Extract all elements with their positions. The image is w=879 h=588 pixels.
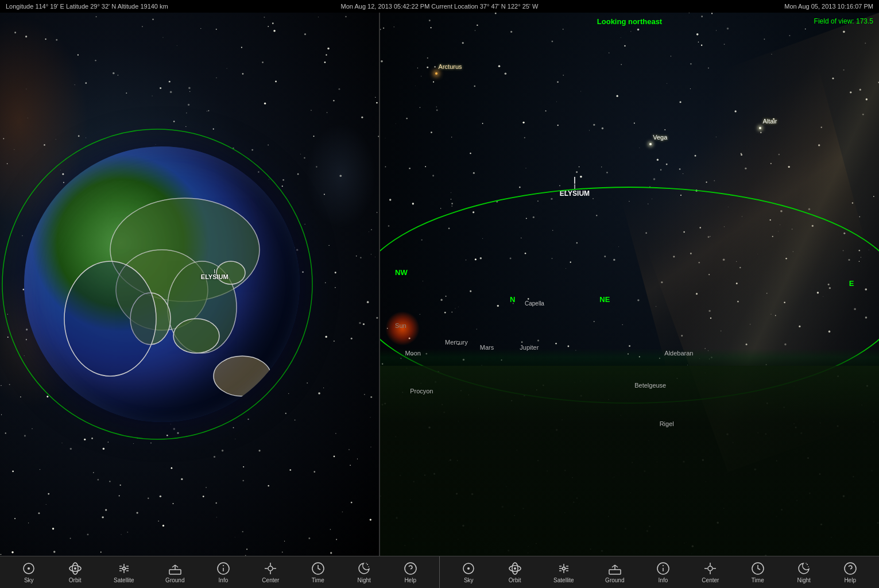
svg-point-71 (845, 563, 856, 574)
left-panel-orbit[interactable]: ELYSIUM (0, 13, 379, 556)
help-label-left: Help (404, 577, 416, 583)
ground-icon-right (607, 561, 622, 576)
toolbar-left-ground[interactable]: Ground (161, 559, 189, 586)
cardinal-ne: NE (599, 295, 610, 304)
toolbar-right-time[interactable]: Time (746, 559, 770, 586)
vega-label: Vega (653, 134, 667, 141)
toolbar-left-sky[interactable]: Sky (17, 559, 41, 586)
center-datetime: Mon Aug 12, 2013 05:42:22 PM Current Loc… (341, 3, 539, 10)
cardinal-e: E (849, 279, 854, 288)
time-label-right: Time (752, 577, 764, 583)
toolbar-left-help[interactable]: Help (398, 559, 423, 586)
procyon-label: Procyon (410, 388, 433, 394)
svg-point-62 (708, 566, 713, 571)
time-icon-right (750, 561, 765, 576)
info-label-right: Info (659, 577, 668, 583)
time-label-left: Time (312, 577, 324, 583)
earth-globe (24, 146, 300, 422)
capella-label: Capella (525, 300, 544, 307)
toolbar-left-orbit[interactable]: Orbit (63, 559, 87, 586)
toolbar-right-satellite[interactable]: Satellite (549, 559, 579, 586)
svg-point-38 (366, 563, 367, 564)
moon-label: Moon (405, 350, 421, 357)
center-label-left: Center (262, 577, 279, 583)
elysium-label-right: | ELYSIUM (560, 176, 590, 198)
svg-point-45 (514, 567, 516, 570)
svg-point-37 (368, 566, 369, 567)
center-label-right: Center (702, 577, 719, 583)
looking-direction-label: Looking northeast (597, 17, 662, 26)
sky-label-left: Sky (24, 577, 34, 583)
toolbar-left-time[interactable]: Time (306, 559, 330, 586)
jupiter-label: Jupiter (520, 344, 539, 351)
night-label-right: Night (797, 577, 811, 583)
toolbar-right-center[interactable]: Center (697, 559, 723, 586)
satellite-icon-right (556, 561, 571, 576)
fov-label: Field of view: 173.5 (814, 17, 873, 25)
ground-label-left: Ground (165, 577, 184, 583)
toolbar-left-center[interactable]: Center (257, 559, 284, 586)
bottom-toolbar: Sky Orbit Satellite Ground Info (0, 556, 879, 588)
satellite-icon-left (117, 561, 131, 576)
toolbar-right-help[interactable]: Help (838, 559, 862, 586)
help-icon-right (843, 561, 858, 576)
svg-point-10 (28, 567, 30, 570)
toolbar-right-night[interactable]: Night (792, 559, 816, 586)
orbit-icon-right (508, 561, 522, 576)
svg-point-68 (807, 564, 808, 565)
elysium-label-left: ELYSIUM (201, 268, 229, 280)
svg-point-36 (367, 564, 368, 565)
toolbar-right-sky[interactable]: Sky (456, 559, 481, 586)
ground-icon-left (168, 561, 183, 576)
svg-point-42 (467, 567, 470, 570)
orbit-label-right: Orbit (509, 577, 521, 583)
right-datetime: Mon Aug 05, 2013 10:16:07 PM (784, 3, 873, 10)
svg-point-30 (268, 566, 273, 571)
center-icon-right (703, 561, 718, 576)
satellite-label-right: Satellite (553, 577, 574, 583)
aldebaran-label: Aldebaran (664, 350, 693, 357)
orbit-icon-left (68, 561, 83, 576)
orbit-label-left: Orbit (69, 577, 82, 583)
betelgeuse-label: Betelgeuse (634, 382, 666, 389)
main-container: ELYSIUM Looking northeast Field of view:… (0, 13, 879, 556)
time-icon-left (311, 561, 326, 576)
svg-rect-46 (563, 567, 565, 570)
arcturus-label: Arcturus (439, 63, 462, 70)
altair-label: Altair (762, 118, 777, 125)
svg-point-70 (806, 563, 807, 564)
sky-label-right: Sky (464, 577, 474, 583)
svg-point-69 (808, 566, 809, 567)
ground-label-right: Ground (605, 577, 624, 583)
svg-rect-55 (609, 570, 621, 574)
help-icon-left (403, 561, 418, 576)
atmosphere-glow (24, 146, 300, 422)
ground-area (380, 366, 879, 556)
sky-icon-right (461, 561, 476, 576)
toolbar-right-info[interactable]: Info (651, 559, 675, 586)
svg-point-61 (663, 565, 664, 566)
mars-label: Mars (480, 344, 494, 351)
night-label-left: Night (358, 577, 371, 583)
center-icon-left (263, 561, 278, 576)
svg-point-39 (405, 563, 416, 574)
night-icon-left (357, 561, 371, 576)
toolbar-right-ground[interactable]: Ground (601, 559, 629, 586)
mercury-label: Mercury (445, 339, 468, 346)
sky-icon-left (21, 561, 36, 576)
toolbar-left-satellite[interactable]: Satellite (109, 559, 139, 586)
toolbar-left-info[interactable]: Info (211, 559, 235, 586)
night-icon-right (796, 561, 811, 576)
right-panel-sky[interactable]: Looking northeast Field of view: 173.5 A… (380, 13, 879, 556)
sun-label: Sun (395, 322, 406, 329)
svg-point-13 (74, 567, 76, 570)
toolbar-right-orbit[interactable]: Orbit (503, 559, 527, 586)
satellite-label-left: Satellite (114, 577, 134, 583)
toolbar-right: Sky Orbit Satellite Ground Info (440, 556, 879, 588)
earth-globe-container (24, 146, 300, 422)
svg-rect-14 (123, 567, 125, 570)
top-bar: Longitude 114° 19' E Latitude 29° 32' N … (0, 0, 879, 13)
help-label-right: Help (844, 577, 856, 583)
left-coords: Longitude 114° 19' E Latitude 29° 32' N … (6, 3, 168, 10)
toolbar-left-night[interactable]: Night (352, 559, 376, 586)
